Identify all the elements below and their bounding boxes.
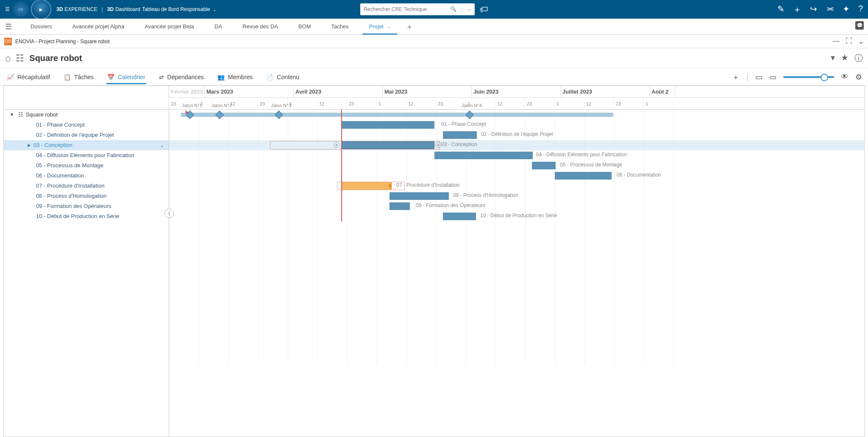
fullscreen-icon[interactable]: ⛶ <box>846 37 852 45</box>
month-header: Février 2023 <box>169 86 205 97</box>
dashboard-selector[interactable]: Tableau de Bord Responsable⌄ <box>142 6 216 12</box>
gantt-timeline[interactable]: Février 2023Mars 2023Avril 2023Mai 2023J… <box>169 86 864 437</box>
task-row[interactable]: 08 - Process d'Homologation <box>4 191 169 201</box>
gantt-bar-label: 04 - Diffusion Eléments pour Fabrication <box>536 152 627 158</box>
tab-da[interactable]: DA <box>204 19 232 34</box>
gantt-bar[interactable] <box>443 131 477 139</box>
project-icon[interactable]: ☷ <box>16 53 24 64</box>
network-icon[interactable]: ⫘ <box>826 4 834 15</box>
compass-icon[interactable] <box>31 0 51 19</box>
zoom-slider[interactable] <box>783 76 834 78</box>
month-header: Août 2 <box>650 86 675 97</box>
milestone-diamond[interactable] <box>186 111 194 119</box>
search-icon[interactable]: 🔍 <box>450 6 456 13</box>
add-tab-button[interactable]: ＋ <box>401 19 418 34</box>
day-tick: 12 <box>406 98 436 110</box>
tab-dossiers[interactable]: Dossiers <box>20 19 62 34</box>
subtab-icon: ⇄ <box>159 74 164 80</box>
share-icon[interactable]: ↪ <box>810 4 817 15</box>
gantt-bar[interactable] <box>341 121 434 129</box>
month-header: Avril 2023 <box>294 86 383 97</box>
gantt-bar[interactable] <box>341 182 391 190</box>
tab-bom[interactable]: BOM <box>288 19 321 34</box>
tab-avancée-projet-beta[interactable]: Avancée projet Beta <box>134 19 204 34</box>
summary-bar[interactable] <box>181 113 613 117</box>
tab-projet[interactable]: Projet⌄ <box>359 19 401 34</box>
task-list-panel: ▼ ☷ Square robot 01 - Phase Concept02 - … <box>4 86 169 437</box>
gantt-bar[interactable] <box>389 202 410 210</box>
view-mode-icon-2[interactable]: ▭ <box>769 72 776 82</box>
chat-icon[interactable]: 💬 <box>855 21 864 30</box>
notification-icon[interactable]: ✎ <box>777 4 785 15</box>
tabs-menu-icon[interactable]: ☰ <box>5 19 12 34</box>
apps-icon[interactable]: ✦ <box>843 4 850 15</box>
day-tick: 23 <box>614 98 644 110</box>
info-icon[interactable]: ⓘ <box>854 53 863 64</box>
help-icon[interactable]: ? <box>858 4 863 15</box>
gantt-bar-label: 07 - Procédure d'Installation <box>396 182 459 188</box>
search-input[interactable]: 🔍 ⌄ <box>360 3 475 15</box>
add-successor-icon[interactable]: + <box>435 142 441 148</box>
subtab-icon: 👥 <box>217 74 225 80</box>
add-task-icon[interactable]: ＋ <box>732 72 740 82</box>
project-subtabs: 📈Récapitulatif📋Tâches📅Calendrier⇄Dépenda… <box>0 69 868 86</box>
add-icon[interactable]: ＋ <box>793 4 801 15</box>
project-title: Square robot <box>29 53 82 63</box>
task-row[interactable]: 06 - Documentation <box>4 171 169 181</box>
task-row-root[interactable]: ▼ ☷ Square robot <box>4 110 169 120</box>
favorite-icon[interactable]: ★ <box>841 53 849 64</box>
task-row[interactable]: 09 - Formation des Opérateurs <box>4 201 169 211</box>
subtab-icon: 📋 <box>64 74 71 80</box>
home-icon[interactable]: ⌂ <box>5 53 11 64</box>
task-row[interactable]: 10 - Début de Production en Série <box>4 211 169 221</box>
month-header: Mai 2023 <box>383 86 472 97</box>
filter-icon[interactable]: ▾ <box>831 53 835 64</box>
gantt-bar[interactable] <box>532 162 556 169</box>
expand-icon[interactable]: ▶ <box>28 143 31 147</box>
menu-icon[interactable]: ☰ <box>5 6 10 12</box>
ds-logo[interactable]: DS <box>13 2 28 17</box>
month-header: Mars 2023 <box>205 86 294 97</box>
subtab-icon: 📄 <box>266 74 273 80</box>
task-row[interactable]: 04 - Diffusion Eléments pour Fabrication <box>4 150 169 160</box>
tag-icon[interactable]: 🏷 <box>480 5 488 14</box>
day-tick: 12 <box>495 98 525 110</box>
view-mode-icon-1[interactable]: ▭ <box>755 72 762 82</box>
tab-taches[interactable]: Taches <box>321 19 359 34</box>
top-bar: ☰ DS 3DEXPERIENCE | 3DDashboard Tableau … <box>0 0 868 19</box>
subtab-icon: 📅 <box>107 74 114 80</box>
settings-icon[interactable]: ⚙ <box>855 72 862 82</box>
panel-collapse-button[interactable]: ⟨ <box>164 209 174 218</box>
gantt-bar[interactable] <box>555 172 612 180</box>
subtab-tâches[interactable]: 📋Tâches <box>63 70 95 84</box>
milestone-label: Jalon N°4 <box>462 103 482 108</box>
milestone-diamond[interactable] <box>215 111 224 119</box>
tab-avancée-projet-alpha[interactable]: Avancée projet Alpha <box>62 19 135 34</box>
milestone-diamond[interactable] <box>465 111 474 119</box>
gantt-bar[interactable] <box>434 152 533 159</box>
visibility-icon[interactable]: 👁 <box>841 72 849 81</box>
task-row[interactable]: 02 - Définition de l'équipe Projet <box>4 130 169 140</box>
task-row[interactable]: 01 - Phase Concept <box>4 120 169 130</box>
tab-revue-des-da[interactable]: Revue des DA <box>232 19 288 34</box>
milestone-diamond[interactable] <box>275 111 283 119</box>
chevron-down-icon[interactable]: ⌄ <box>858 37 864 45</box>
subtab-récapitulatif[interactable]: 📈Récapitulatif <box>6 70 51 84</box>
today-marker <box>341 110 342 221</box>
task-row[interactable]: ▶03 - Conception <box>4 140 169 150</box>
subtab-contenu[interactable]: 📄Contenu <box>265 70 300 84</box>
add-predecessor-icon[interactable]: + <box>334 142 339 148</box>
chevron-down-icon[interactable]: ⌄ <box>467 6 471 13</box>
milestone-label: Jalon N°1 <box>182 103 202 108</box>
subtab-membres[interactable]: 👥Membres <box>217 70 253 84</box>
gantt-bar[interactable] <box>443 213 476 220</box>
task-row[interactable]: 07 - Procédure d'Installation <box>4 181 169 191</box>
subtab-dépendances[interactable]: ⇄Dépendances <box>158 70 205 84</box>
gantt-bar[interactable] <box>389 192 449 200</box>
subtab-calendrier[interactable]: 📅Calendrier <box>106 70 146 84</box>
widget-header: DS ENOVIA - Project Planning - Square ro… <box>0 35 868 48</box>
gantt-bar[interactable] <box>341 141 434 149</box>
task-row[interactable]: 05 - Processus de Montage <box>4 160 169 171</box>
collapse-icon[interactable]: ▼ <box>10 112 14 117</box>
minimize-icon[interactable]: — <box>833 37 840 45</box>
